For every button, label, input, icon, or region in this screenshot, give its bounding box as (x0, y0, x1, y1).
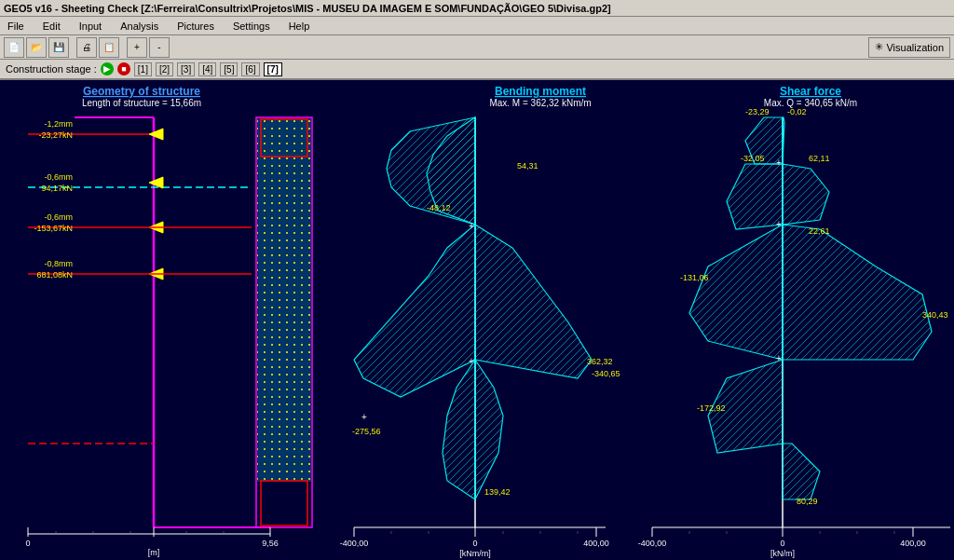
bm-scale-left: -400,00 (340, 539, 369, 548)
sf-val-2: -0,02 (787, 107, 807, 116)
sf-val-9: 80,29 (797, 497, 818, 506)
stage-5[interactable]: [5] (220, 62, 238, 76)
bm-cross-1: + (469, 221, 474, 231)
toolbar-zoom-out[interactable]: - (149, 37, 170, 58)
label-3-force: -153,67kN (34, 224, 73, 233)
label-3-val: -0,6mm (44, 212, 73, 222)
bm-val-5: -275,56 (352, 427, 381, 436)
main-svg: Geometry of structure Length of structur… (0, 80, 954, 560)
bm-cross-2: + (469, 356, 474, 366)
menu-pictures[interactable]: Pictures (173, 20, 218, 33)
stage-red-indicator: ■ (117, 62, 130, 75)
title-bar: GEO5 v16 - Sheeting Check [Z:\Ferreira\C… (0, 0, 954, 17)
svg-rect-9 (257, 118, 311, 482)
geometry-title: Geometry of structure (83, 85, 200, 98)
scale-956: 9,56 (262, 539, 279, 548)
bm-cross-3: + (361, 412, 367, 422)
sf-cross-2: + (776, 219, 782, 229)
toolbar: 📄 📂 💾 🖨 📋 + - ✳ Visualization (0, 35, 954, 60)
shear-subtitle: Max. Q = 340,65 kN/m (764, 98, 857, 108)
stage-2[interactable]: [2] (156, 62, 173, 76)
sf-val-4: 62,11 (809, 154, 830, 163)
bm-val-1: 54,31 (517, 161, 538, 171)
stage-green-indicator: ▶ (101, 62, 114, 75)
toolbar-open[interactable]: 📂 (26, 37, 47, 58)
label-1-val: -1,2mm (44, 119, 73, 129)
menu-bar: File Edit Input Analysis Pictures Settin… (0, 17, 954, 35)
bm-val-4: -340,65 (592, 369, 620, 378)
toolbar-print[interactable]: 🖨 (76, 37, 97, 58)
sf-val-5: -131,06 (680, 273, 709, 282)
sf-scale-right: 400,00 (900, 539, 926, 548)
toolbar-save[interactable]: 💾 (48, 37, 69, 58)
bm-scale-zero: 0 (472, 539, 477, 548)
menu-edit[interactable]: Edit (39, 20, 64, 33)
geometry-unit: [m] (148, 548, 160, 557)
menu-input[interactable]: Input (75, 20, 105, 33)
bending-title: Bending moment (495, 85, 586, 98)
visualization-icon: ✳ (875, 41, 883, 53)
scale-0: 0 (25, 539, 30, 548)
bm-unit: [kNm/m] (459, 549, 491, 558)
sf-val-1: -23,29 (745, 107, 770, 116)
toolbar-copy[interactable]: 📋 (99, 37, 119, 58)
menu-settings[interactable]: Settings (229, 20, 274, 33)
geometry-subtitle: Length of structure = 15,66m (82, 98, 201, 108)
menu-help[interactable]: Help (285, 20, 314, 33)
title-text: GEO5 v16 - Sheeting Check [Z:\Ferreira\C… (4, 3, 611, 14)
menu-file[interactable]: File (4, 20, 28, 33)
label-4-val: -0,8mm (44, 259, 73, 268)
bm-val-3: 362,32 (587, 357, 613, 366)
label-2-force: 94,17kN (41, 184, 73, 193)
label-1-force: -23,27kN (38, 130, 73, 140)
sf-cross-3: + (776, 353, 782, 363)
stage-3[interactable]: [3] (177, 62, 195, 76)
shear-title: Shear force (780, 85, 841, 98)
toolbar-zoom-in[interactable]: + (127, 37, 147, 58)
sf-unit: [kN/m] (770, 549, 795, 558)
sf-scale-left: -400,00 (638, 539, 667, 548)
bending-subtitle: Max. M = 362,32 kNm/m (489, 98, 591, 108)
sf-cross-1: + (776, 157, 782, 168)
visualization-label: Visualization (886, 42, 944, 53)
toolbar-new[interactable]: 📄 (4, 37, 24, 58)
sf-scale-zero: 0 (780, 539, 784, 548)
sf-val-8: -172,92 (697, 403, 726, 413)
label-4-force: 681,08kN (36, 270, 73, 280)
menu-analysis[interactable]: Analysis (116, 20, 162, 33)
bm-val-2: -48,12 (427, 203, 451, 212)
sf-val-7: 340,43 (922, 310, 948, 320)
stage-6[interactable]: [6] (241, 62, 259, 76)
sf-val-6: 22,61 (809, 226, 830, 236)
stage-bar: Construction stage : ▶ ■ [1] [2] [3] [4]… (0, 60, 954, 80)
canvas-area: Geometry of structure Length of structur… (0, 80, 954, 560)
bm-scale-right: 400,00 (583, 539, 609, 548)
stage-4[interactable]: [4] (198, 62, 216, 76)
sf-val-3: -32,05 (741, 154, 765, 163)
stage-1[interactable]: [1] (134, 62, 152, 76)
label-2-val: -0,6mm (44, 172, 73, 182)
bm-val-6: 139,42 (484, 487, 511, 497)
stage-7[interactable]: [7] (264, 62, 282, 76)
stage-label: Construction stage : (6, 63, 97, 75)
visualization-button[interactable]: ✳ Visualization (868, 37, 950, 58)
